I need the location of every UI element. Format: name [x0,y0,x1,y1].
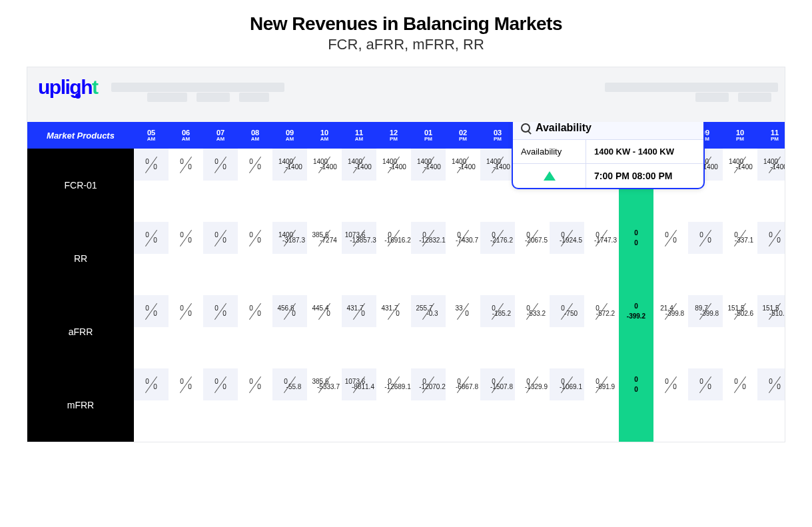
cell-bottom-value: 0 [257,237,261,245]
hour-header[interactable]: 08AM [238,122,272,149]
data-cell[interactable]: 151.5-510.7 [757,295,785,368]
data-cell[interactable]: 00 [757,222,785,295]
data-cell[interactable]: 00 [134,149,169,222]
cell-bottom-value: 0 [222,383,226,391]
hour-header[interactable]: 10PM [723,122,757,149]
data-cell[interactable]: 1400-1400 [307,149,342,222]
data-cell[interactable]: 00 [203,368,238,442]
data-cell[interactable]: 385.6-5333.7 [307,368,342,442]
data-cell[interactable]: 0-1747.3 [584,222,619,295]
data-cell[interactable]: 00 [134,222,169,295]
data-cell[interactable]: 0-337.1 [723,222,757,295]
cell-bottom-value: -399.8 [665,310,684,318]
hour-header[interactable]: 07AM [203,122,238,149]
data-cell[interactable]: 00 [238,295,272,368]
data-cell[interactable]: 0-2067.5 [515,222,550,295]
cell-top-value: 0 [249,304,253,312]
data-cell[interactable]: 1400-3187.3 [272,222,307,295]
availability-popover[interactable]: Availability Availability 1400 KW - 1400… [512,122,705,189]
data-cell[interactable]: 431.70 [342,295,376,368]
data-cell[interactable]: 1073.6-13857.3 [342,222,376,295]
data-cell[interactable]: 0-1507.8 [480,368,515,442]
data-cell[interactable]: 0-7430.7 [446,222,480,295]
cell-bottom-value: -1400 [285,163,302,171]
data-cell[interactable]: 0-55.8 [272,368,307,442]
data-cell[interactable]: 0-185.2 [480,295,515,368]
hour-header[interactable]: 12PM [376,122,411,149]
cell-bottom-value: -750 [564,310,578,318]
data-cell[interactable]: 0-1924.5 [550,222,584,295]
hour-header[interactable]: 10AM [307,122,342,149]
data-cell[interactable]: 00 [134,295,169,368]
hour-header[interactable]: 01PM [411,122,446,149]
data-cell[interactable]: 00 [169,368,203,442]
data-cell[interactable]: 255.7-0.3 [411,295,446,368]
data-cell[interactable]: 0-12832.1 [411,222,446,295]
triangle-up-icon [544,171,556,181]
data-cell[interactable]: 1400-1400 [376,149,411,222]
data-cell[interactable]: 0-572.2 [584,295,619,368]
hour-header[interactable]: 05AM [134,122,169,149]
data-cell[interactable]: 00 [169,295,203,368]
cell-bottom-value: -1400 [770,163,785,171]
data-cell[interactable]: 1400-1400 [446,149,480,222]
data-cell[interactable]: 0-533.2 [515,295,550,368]
cell-bottom-value: 0 [153,163,157,171]
data-cell[interactable]: 00 [723,368,757,442]
data-cell[interactable]: 0-6867.8 [446,368,480,442]
data-cell[interactable]: 1400-1400 [411,149,446,222]
cell-bottom-value: 0 [257,163,261,171]
data-cell[interactable]: 0-16916.2 [376,222,411,295]
data-cell[interactable]: 00 [238,149,272,222]
cell-bottom-value: -6867.8 [456,383,478,391]
hour-header[interactable]: 03PM [480,122,515,149]
data-cell[interactable]: 456.80 [272,295,307,368]
data-cell[interactable]: 1073.6-8811.4 [342,368,376,442]
data-cell[interactable]: 00 [169,149,203,222]
data-cell[interactable]: 431.70 [376,295,411,368]
cell-bottom-value: 0 [153,383,157,391]
hour-header[interactable]: 09AM [272,122,307,149]
data-cell[interactable]: 1400-1400 [272,149,307,222]
data-cell[interactable]: 0-1069.1 [550,368,584,442]
data-cell[interactable]: 445.40 [307,295,342,368]
data-cell[interactable]: 21.4-399.8 [653,295,688,368]
data-cell[interactable]: 385.6-7274 [307,222,342,295]
data-cell[interactable]: 1400-1400 [757,149,785,222]
brand-logo: uplight [34,76,102,99]
cell-top-value: 0 [249,378,253,386]
data-cell[interactable]: 00 [757,368,785,442]
hour-header[interactable]: 06AM [169,122,203,149]
data-cell[interactable]: 0-12689.1 [376,368,411,442]
data-cell[interactable]: 00 [238,368,272,442]
data-cell[interactable]: 00 [203,295,238,368]
data-cell[interactable]: 1400-1400 [342,149,376,222]
hour-header[interactable]: 11AM [342,122,376,149]
data-cell[interactable]: 00 [688,222,723,295]
cell-bottom-value: 0 [188,310,192,318]
data-cell[interactable]: 00 [169,222,203,295]
popover-time-range: 7:00 PM 08:00 PM [586,164,703,188]
hour-header[interactable]: 11PM [757,122,785,149]
data-cell[interactable]: 00 [134,368,169,442]
data-cell[interactable]: 00 [203,222,238,295]
data-cell[interactable]: 0-1329.9 [515,368,550,442]
data-cell[interactable]: 0-2176.2 [480,222,515,295]
cell-bottom-value: 0 [634,386,638,394]
data-cell[interactable]: 89.7-399.8 [688,295,723,368]
data-cell[interactable]: 00 [238,222,272,295]
data-cell[interactable]: 00 [653,368,688,442]
data-cell[interactable]: 1400-1400 [723,149,757,222]
data-cell[interactable]: 0-891.9 [584,368,619,442]
data-cell[interactable]: 00 [653,222,688,295]
data-cell[interactable]: 00 [688,368,723,442]
data-cell[interactable]: 0-12070.2 [411,368,446,442]
cell-bottom-value: 0 [222,310,226,318]
hour-header[interactable]: 02PM [446,122,480,149]
data-cell[interactable]: 330 [446,295,480,368]
cell-top-value: 0 [180,378,184,386]
data-cell[interactable]: 0-750 [550,295,584,368]
data-cell[interactable]: 1400-1400 [480,149,515,222]
data-cell[interactable]: 151.5-502.6 [723,295,757,368]
data-cell[interactable]: 00 [203,149,238,222]
